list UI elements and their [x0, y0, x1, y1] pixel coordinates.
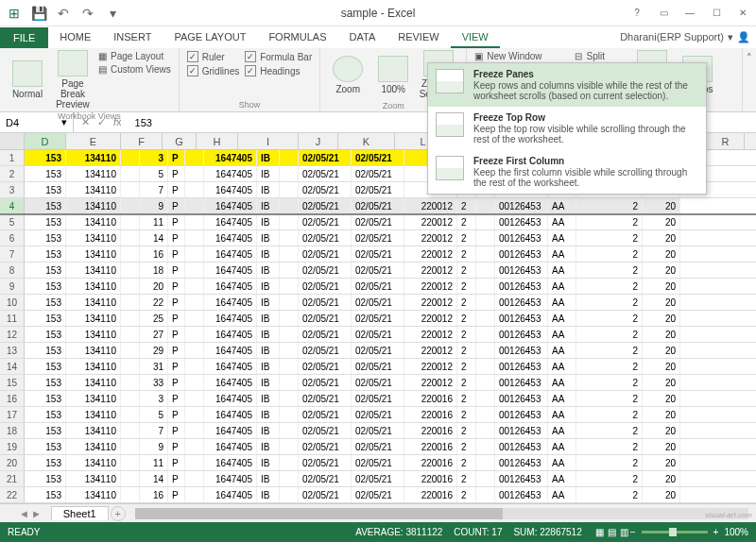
cell[interactable]: 02/05/21 — [299, 359, 352, 374]
cell[interactable]: IB — [257, 423, 280, 438]
sheet-nav-next-icon[interactable]: ► — [31, 508, 42, 519]
cell[interactable] — [280, 439, 299, 454]
cell[interactable]: 20 — [643, 359, 680, 374]
column-header-D[interactable]: D — [25, 133, 66, 149]
cell[interactable]: 02/05/21 — [299, 471, 352, 486]
cell[interactable]: 220016 — [404, 471, 457, 486]
cell[interactable] — [280, 343, 299, 358]
cell[interactable]: 02/05/21 — [299, 391, 352, 406]
cell[interactable] — [280, 198, 299, 213]
cell[interactable]: 00126453 — [495, 407, 548, 422]
cell[interactable]: 220012 — [404, 263, 457, 278]
cell[interactable] — [476, 327, 495, 342]
cell[interactable]: 134110 — [66, 423, 121, 438]
headings-checkbox[interactable]: ✓Headings — [243, 64, 314, 77]
cell[interactable]: AA — [548, 214, 576, 229]
table-row[interactable]: 615313411014P1647405IB02/05/2102/05/2122… — [0, 230, 756, 246]
cell[interactable] — [280, 471, 299, 486]
cell[interactable] — [280, 150, 299, 165]
cell[interactable]: IB — [257, 150, 280, 165]
table-row[interactable]: 915313411020P1647405IB02/05/2102/05/2122… — [0, 279, 756, 295]
cell[interactable]: 00126453 — [495, 391, 548, 406]
cell[interactable]: IB — [257, 391, 280, 406]
cell[interactable] — [185, 198, 204, 213]
cell[interactable]: 22 — [140, 295, 168, 310]
cell[interactable]: 1647405 — [204, 471, 257, 486]
cell[interactable] — [185, 455, 204, 470]
row-header-2[interactable]: 2 — [0, 166, 25, 181]
cell[interactable]: 1647405 — [204, 182, 257, 197]
cell[interactable]: 220016 — [404, 455, 457, 470]
cell[interactable]: 153 — [25, 166, 66, 181]
cell[interactable]: 2 — [576, 359, 643, 374]
row-header-13[interactable]: 13 — [0, 343, 25, 358]
row-header-5[interactable]: 5 — [0, 214, 25, 229]
cell[interactable]: 02/05/21 — [299, 455, 352, 470]
cell[interactable]: 2 — [576, 263, 643, 278]
cell[interactable]: IB — [257, 182, 280, 197]
split-button[interactable]: ⊟ Split — [573, 50, 619, 62]
cell[interactable] — [280, 166, 299, 181]
cell[interactable]: 20 — [643, 279, 680, 294]
column-header-R[interactable]: R — [707, 133, 745, 149]
cell[interactable]: P — [168, 166, 185, 181]
cell[interactable]: 153 — [25, 375, 66, 390]
cell[interactable]: 153 — [25, 407, 66, 422]
cell[interactable]: AA — [548, 295, 576, 310]
cell[interactable]: 134110 — [66, 246, 121, 262]
cell[interactable]: 1647405 — [204, 295, 257, 310]
row-header-22[interactable]: 22 — [0, 487, 25, 502]
cell[interactable]: 1647405 — [204, 359, 257, 374]
cell[interactable] — [121, 230, 140, 246]
row-header-11[interactable]: 11 — [0, 311, 25, 326]
cell[interactable] — [476, 214, 495, 229]
cell[interactable]: 02/05/21 — [299, 214, 352, 229]
cell[interactable]: 02/05/21 — [299, 279, 352, 294]
cell[interactable]: 00126453 — [495, 246, 548, 262]
cell[interactable]: 153 — [25, 391, 66, 406]
cell[interactable]: 220012 — [404, 279, 457, 294]
cell[interactable] — [121, 182, 140, 197]
cell[interactable]: 00126453 — [495, 311, 548, 326]
cell[interactable]: 3 — [140, 391, 168, 406]
cell[interactable]: 153 — [25, 327, 66, 342]
cell[interactable]: IB — [257, 375, 280, 390]
cell[interactable] — [280, 182, 299, 197]
cell[interactable]: 153 — [25, 230, 66, 246]
horizontal-scrollbar[interactable] — [135, 508, 748, 519]
table-row[interactable]: 2115313411014P1647405IB02/05/2102/05/212… — [0, 471, 756, 487]
cell[interactable]: 16 — [140, 487, 168, 502]
cell[interactable] — [185, 150, 204, 165]
cell[interactable]: 220012 — [404, 295, 457, 310]
cell[interactable]: P — [168, 391, 185, 406]
cell[interactable]: 134110 — [66, 230, 121, 246]
cell[interactable] — [476, 198, 495, 213]
cell[interactable]: 1647405 — [204, 455, 257, 470]
cell[interactable] — [185, 327, 204, 342]
cell[interactable]: 220012 — [404, 311, 457, 326]
table-row[interactable]: 1415313411031P1647405IB02/05/2102/05/212… — [0, 359, 756, 375]
sheet-tab[interactable]: Sheet1 — [51, 506, 109, 520]
redo-icon[interactable]: ↷ — [77, 3, 98, 24]
row-header-4[interactable]: 4 — [0, 198, 25, 213]
cell[interactable]: IB — [257, 166, 280, 181]
cell[interactable]: IB — [257, 311, 280, 326]
cell[interactable]: 153 — [25, 246, 66, 262]
cell[interactable]: 14 — [140, 471, 168, 486]
table-row[interactable]: 2015313411011P1647405IB02/05/2102/05/212… — [0, 455, 756, 471]
cell[interactable]: 00126453 — [495, 343, 548, 358]
cell[interactable]: P — [168, 455, 185, 470]
cell[interactable]: IB — [257, 230, 280, 246]
cell[interactable] — [121, 391, 140, 406]
cell[interactable]: 00126453 — [495, 439, 548, 454]
cell[interactable] — [280, 295, 299, 310]
cell[interactable]: 2 — [457, 198, 476, 213]
cell[interactable]: AA — [548, 327, 576, 342]
cell[interactable] — [185, 423, 204, 438]
cell[interactable]: IB — [257, 487, 280, 502]
cell[interactable]: 2 — [457, 343, 476, 358]
row-header-1[interactable]: 1 — [0, 150, 25, 165]
cell[interactable]: 153 — [25, 150, 66, 165]
cell[interactable]: 27 — [140, 327, 168, 342]
cell[interactable]: 00126453 — [495, 359, 548, 374]
